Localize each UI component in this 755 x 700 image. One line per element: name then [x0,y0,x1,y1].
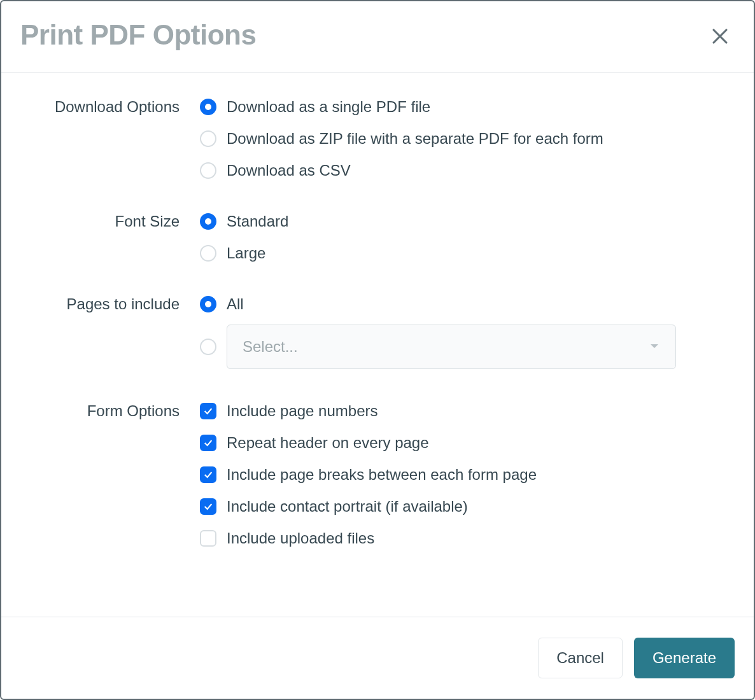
option-label: Large [227,244,265,262]
option-label: Standard [227,213,288,230]
repeat-header-option[interactable]: Repeat header on every page [200,434,735,452]
pages-select-dropdown[interactable]: Select... [227,325,676,369]
radio-icon[interactable] [200,339,216,355]
pages-select-option: Select... [200,325,735,369]
close-button[interactable] [705,22,735,53]
option-label: Include contact portrait (if available) [227,498,468,515]
checkbox-checked-icon [200,403,216,419]
radio-icon [200,162,216,179]
option-label: Include page breaks between each form pa… [227,466,537,484]
cancel-button[interactable]: Cancel [538,638,623,678]
font-size-section: Font Size Standard Large [20,213,735,262]
radio-selected-icon [200,296,216,312]
option-label: Include uploaded files [227,529,374,547]
download-zip-option[interactable]: Download as ZIP file with a separate PDF… [200,130,735,148]
checkbox-checked-icon [200,466,216,483]
option-label: Download as CSV [227,162,351,179]
include-contact-portrait-option[interactable]: Include contact portrait (if available) [200,498,735,515]
option-label: Download as a single PDF file [227,98,430,116]
download-single-pdf-option[interactable]: Download as a single PDF file [200,98,735,116]
option-label: Include page numbers [227,402,378,420]
checkbox-checked-icon [200,498,216,515]
print-pdf-modal: Print PDF Options Download Options Downl… [0,0,755,700]
select-placeholder: Select... [243,338,298,356]
checkbox-checked-icon [200,435,216,451]
generate-button[interactable]: Generate [634,638,735,678]
modal-title: Print PDF Options [20,19,256,51]
modal-header: Print PDF Options [1,1,754,73]
pages-all-option[interactable]: All [200,295,735,313]
pages-label: Pages to include [20,295,200,313]
include-page-breaks-option[interactable]: Include page breaks between each form pa… [200,466,735,484]
checkbox-icon [200,530,216,547]
download-options-section: Download Options Download as a single PD… [20,98,735,179]
download-csv-option[interactable]: Download as CSV [200,162,735,179]
include-page-numbers-option[interactable]: Include page numbers [200,402,735,420]
radio-selected-icon [200,99,216,115]
download-options: Download as a single PDF file Download a… [200,98,735,179]
pages-section: Pages to include All Select... [20,295,735,369]
radio-icon [200,130,216,147]
download-options-label: Download Options [20,98,200,116]
option-label: Repeat header on every page [227,434,429,452]
radio-selected-icon [200,213,216,230]
chevron-down-icon [649,338,660,356]
font-standard-option[interactable]: Standard [200,213,735,230]
option-label: Download as ZIP file with a separate PDF… [227,130,603,148]
modal-footer: Cancel Generate [1,617,754,699]
radio-icon [200,245,216,262]
font-size-label: Font Size [20,213,200,230]
modal-body: Download Options Download as a single PD… [1,73,754,617]
include-uploaded-files-option[interactable]: Include uploaded files [200,529,735,547]
font-large-option[interactable]: Large [200,244,735,262]
option-label: All [227,295,244,313]
pages-options: All Select... [200,295,735,369]
form-options-section: Form Options Include page numbers Repeat… [20,402,735,547]
form-options: Include page numbers Repeat header on ev… [200,402,735,547]
font-size-options: Standard Large [200,213,735,262]
close-icon [710,27,730,48]
form-options-label: Form Options [20,402,200,420]
